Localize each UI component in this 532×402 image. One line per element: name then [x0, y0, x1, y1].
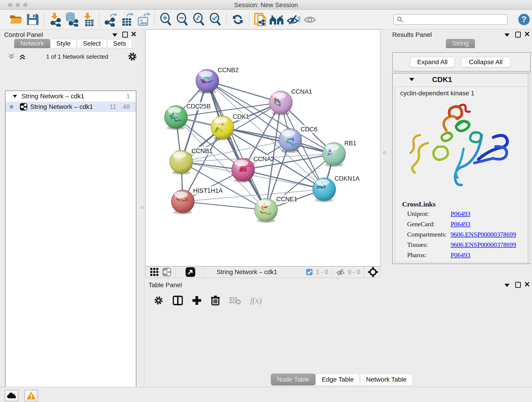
table-panel-float-icon[interactable] — [515, 282, 521, 288]
right-splitter-handle[interactable] — [383, 151, 386, 154]
protein-card-header[interactable]: CDK1 — [393, 73, 530, 86]
import-network-from-database-button[interactable] — [63, 12, 80, 27]
node-CDK1[interactable] — [211, 116, 234, 140]
navbar-separator — [332, 267, 332, 278]
node-HIST1H1A[interactable] — [171, 190, 194, 214]
network-view-icon[interactable] — [162, 268, 171, 277]
delete-column-trash-icon[interactable] — [211, 295, 220, 306]
zoom-in-button[interactable] — [158, 12, 174, 27]
protein-card-expander-icon[interactable] — [409, 78, 414, 81]
show-all-button[interactable] — [302, 12, 318, 27]
results-panel-float-icon[interactable] — [515, 32, 521, 38]
crosslink-label: Compartments: — [407, 231, 447, 238]
apply-layout-button[interactable] — [230, 12, 246, 27]
node-highlight — [282, 130, 295, 136]
node-highlight — [272, 92, 286, 99]
node-label-CDK1: CDK1 — [233, 113, 249, 120]
crosslink-genecard-link[interactable]: P06493 — [451, 220, 470, 228]
tab-network-table[interactable]: Network Table — [360, 374, 413, 385]
import-network-button[interactable] — [47, 12, 63, 27]
zoom-selected-icon — [209, 13, 222, 26]
network-canvas[interactable]: CCNB2CCNA1CDC25BCDK1CDC6RB1CCNB1CCNA2CDK… — [146, 29, 380, 266]
function-builder-button[interactable]: f(x) — [250, 296, 262, 305]
export-image-button[interactable] — [135, 12, 152, 27]
tab-network[interactable]: Network — [14, 39, 50, 48]
node-label-CCNA1: CCNA1 — [291, 88, 312, 95]
node-CCNB1[interactable] — [170, 150, 193, 175]
string-protein-query-button[interactable] — [268, 12, 285, 27]
network-tree-child-row[interactable]: String Network – cdk1 11 48 — [6, 102, 136, 112]
delete-table-icon[interactable] — [229, 296, 241, 305]
birdseye-crosshair-icon[interactable] — [368, 267, 378, 277]
table-options-gear-icon[interactable] — [153, 295, 164, 306]
node-highlight — [172, 152, 186, 158]
collapse-all-icon[interactable] — [8, 53, 16, 60]
tab-style[interactable]: Style — [50, 39, 77, 48]
collapse-all-button[interactable]: Collapse All — [461, 57, 510, 67]
tab-edge-table[interactable]: Edge Table — [316, 374, 360, 385]
open-session-button[interactable] — [8, 12, 24, 27]
zoom-selected-button[interactable] — [207, 12, 224, 27]
crosslink-tissues-link[interactable]: 9606.ENSP00000378699 — [451, 241, 516, 249]
node-RB1[interactable] — [323, 143, 346, 167]
tab-sets[interactable]: Sets — [107, 39, 132, 48]
import-table-icon — [82, 12, 94, 27]
toolbar-separator — [99, 13, 99, 26]
node-CCNE1[interactable] — [254, 198, 278, 223]
save-floppy-icon — [26, 13, 39, 26]
hidden-eye-icon[interactable] — [336, 268, 345, 276]
control-panel-close-icon[interactable]: ✕ — [131, 31, 137, 37]
control-panel-collapse-icon[interactable] — [112, 33, 117, 37]
node-CDKN1A[interactable] — [313, 178, 336, 202]
export-network-button[interactable] — [102, 12, 119, 27]
detach-view-icon[interactable] — [185, 267, 196, 277]
crosslink-compartments-link[interactable]: 9606.ENSP00000378699 — [451, 231, 516, 238]
control-panel-float-icon[interactable] — [122, 32, 128, 38]
search-input[interactable] — [404, 16, 502, 23]
results-panel-collapse-icon[interactable] — [505, 33, 510, 37]
network-graph[interactable]: CCNB2CCNA1CDC25BCDK1CDC6RB1CCNB1CCNA2CDK… — [146, 30, 380, 266]
import-table-button[interactable] — [80, 12, 96, 27]
network-tree-root-row[interactable]: String Network – cdk1 1 — [6, 91, 136, 102]
table-panel-close-icon[interactable]: ✕ — [524, 281, 530, 287]
tree-expander-icon[interactable] — [13, 95, 17, 98]
crosslink-label: Uniprot: — [407, 210, 429, 217]
export-table-button[interactable] — [119, 12, 135, 27]
cloud-button[interactable] — [5, 390, 18, 401]
import-network-icon — [48, 12, 62, 27]
warnings-button[interactable] — [24, 390, 38, 401]
eye-slash-icon — [286, 13, 300, 26]
table-panel-collapse-icon[interactable] — [505, 284, 510, 287]
node-CCNA2[interactable] — [232, 158, 254, 183]
selected-checkbox-icon[interactable] — [306, 269, 313, 275]
grid-view-icon[interactable] — [150, 268, 159, 277]
node-CCNA1[interactable] — [269, 91, 292, 115]
node-label-HIST1H1A: HIST1H1A — [193, 187, 223, 194]
control-panel-title: Control Panel — [4, 31, 43, 38]
crosslink-uniprot-link[interactable]: P06493 — [451, 210, 470, 217]
tab-string[interactable]: String — [446, 39, 475, 48]
node-CDC25B[interactable] — [165, 106, 187, 130]
save-session-button[interactable] — [24, 12, 41, 27]
expand-all-icon[interactable] — [19, 53, 27, 60]
network-options-gear-icon[interactable] — [127, 51, 138, 62]
clone-network-button[interactable] — [252, 12, 268, 27]
zoom-out-button[interactable] — [174, 12, 191, 27]
node-CDC6[interactable] — [279, 128, 302, 153]
add-column-icon[interactable] — [192, 296, 202, 305]
hide-selected-button[interactable] — [285, 12, 302, 27]
results-panel-close-icon[interactable]: ✕ — [524, 31, 530, 37]
show-columns-icon[interactable] — [173, 295, 183, 306]
results-scrollbar[interactable] — [528, 73, 531, 264]
tab-node-table[interactable]: Node Table — [271, 374, 316, 385]
crosslink-pharos-link[interactable]: P06493 — [451, 251, 470, 259]
tab-select[interactable]: Select — [77, 39, 107, 48]
node-label-CCNB2: CCNB2 — [218, 67, 239, 74]
left-splitter-handle[interactable] — [140, 206, 144, 209]
expand-all-button[interactable]: Expand All — [410, 57, 455, 67]
node-label-CCNB1: CCNB1 — [191, 148, 213, 154]
help-button[interactable]: ? — [518, 14, 530, 25]
zoom-fit-button[interactable] — [191, 12, 207, 27]
network-navbar: String Network – cdk1 1 - 0 0 - 0 — [146, 266, 380, 278]
zoom-fit-icon — [192, 13, 206, 26]
